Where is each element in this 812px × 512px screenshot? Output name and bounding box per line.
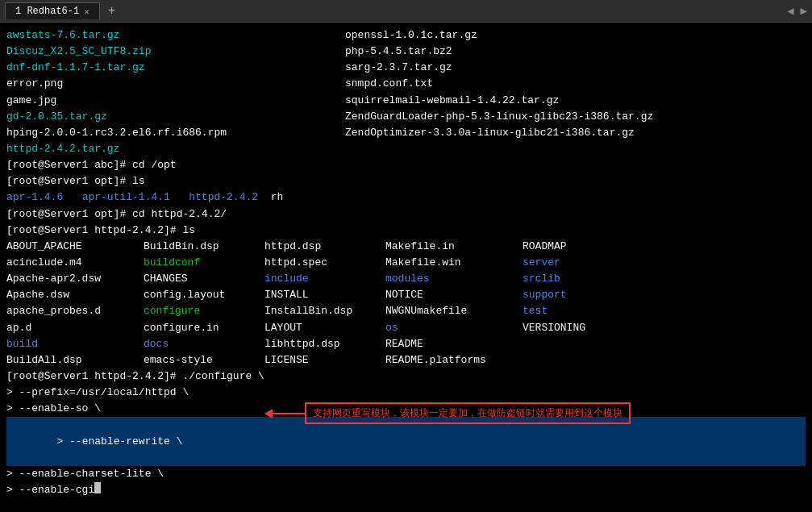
configure-rewrite-wrapper: 支持网页重写模块，该模块一定要加，在做防盗链时就需要用到这个模块 > --ena… — [6, 417, 806, 465]
file-list-row-8: httpd-2.4.2.tar.gz — [6, 141, 806, 157]
title-bar: 1 Redhat6-1 ✕ + ◀ ▶ — [0, 0, 812, 23]
nav-right-icon[interactable]: ▶ — [801, 4, 807, 18]
file-col1: httpd-2.4.2.tar.gz — [6, 141, 345, 157]
opt-dir-contents: apr-1.4.6 apr-util-1.4.1 httpd-2.4.2 rh — [6, 189, 806, 206]
annotation-container: 支持网页重写模块，该模块一定要加，在做防盗链时就需要用到这个模块 — [264, 402, 631, 424]
file-col1: gd-2.0.35.tar.gz — [6, 109, 345, 125]
file-col2: snmpd.conf.txt — [345, 76, 806, 92]
annotation-text: 支持网页重写模块，该模块一定要加，在做防盗链时就需要用到这个模块 — [305, 402, 631, 424]
file-col1: hping-2.0.0-1.rc3.2.el6.rf.i686.rpm — [6, 125, 345, 141]
file-col1: error.png — [6, 76, 345, 92]
tab-label: 1 Redhat6-1 — [15, 6, 79, 17]
file-list-row-5: game.jpg squirrelmail-webmail-1.4.22.tar… — [6, 93, 806, 109]
cmd-cd-httpd: [root@Server1 opt]# cd httpd-2.4.2/ — [6, 206, 806, 223]
arrow-line — [273, 413, 305, 414]
file-list-row-4: error.png snmpd.conf.txt — [6, 76, 806, 92]
terminal-area[interactable]: awstats-7.6.tar.gz openssl-1.0.1c.tar.gz… — [0, 23, 812, 512]
file-col2: php-5.4.5.tar.bz2 — [345, 44, 806, 60]
configure-cgi: > --enable-cgi — [6, 482, 806, 498]
configure-options-block: > --prefix=/usr/local/httpd \ > --enable… — [6, 385, 806, 498]
dir-row-6: ap.d configure.in LAYOUT os VERSIONING — [6, 320, 806, 336]
add-tab-button[interactable]: + — [103, 4, 121, 19]
dir-row-4: Apache.dsw config.layout INSTALL NOTICE … — [6, 287, 806, 303]
arrow-head-icon — [264, 409, 273, 418]
file-list-row-1: awstats-7.6.tar.gz openssl-1.0.1c.tar.gz — [6, 27, 806, 44]
file-list-row-7: hping-2.0.0-1.rc3.2.el6.rf.i686.rpm Zend… — [6, 125, 806, 141]
nav-left-icon[interactable]: ◀ — [787, 4, 793, 18]
cmd-cd-opt: [root@Server1 abc]# cd /opt — [6, 157, 806, 173]
terminal-tab[interactable]: 1 Redhat6-1 ✕ — [5, 2, 100, 19]
file-col2: sarg-2.3.7.tar.gz — [345, 60, 806, 76]
configure-cmd: [root@Server1 httpd-2.4.2]# ./configure … — [6, 368, 806, 385]
dir-row-3: Apache-apr2.dsw CHANGES include modules … — [6, 271, 806, 287]
dir-row-8: BuildAll.dsp emacs-style LICENSE README.… — [6, 352, 806, 368]
configure-prefix: > --prefix=/usr/local/httpd \ — [6, 385, 806, 401]
file-list-row-2: Discuz_X2.5_SC_UTF8.zip php-5.4.5.tar.bz… — [6, 44, 806, 60]
file-list-row-3: dnf-dnf-1.1.7-1.tar.gz sarg-2.3.7.tar.gz — [6, 60, 806, 76]
nav-arrows: ◀ ▶ — [787, 4, 807, 18]
file-list-row-6: gd-2.0.35.tar.gz ZendGuardLoader-php-5.3… — [6, 109, 806, 125]
file-col2: squirrelmail-webmail-1.4.22.tar.gz — [345, 93, 806, 109]
tab-close-icon[interactable]: ✕ — [84, 6, 90, 17]
file-col2: ZendGuardLoader-php-5.3-linux-glibc23-i3… — [345, 109, 806, 125]
file-col1: game.jpg — [6, 93, 345, 109]
file-col1: dnf-dnf-1.1.7-1.tar.gz — [6, 60, 345, 76]
configure-charset: > --enable-charset-lite \ — [6, 466, 806, 482]
terminal-cursor — [94, 482, 101, 493]
dir-row-2: acinclude.m4 buildconf httpd.spec Makefi… — [6, 255, 806, 271]
cmd-ls-httpd: [root@Server1 httpd-2.4.2]# ls — [6, 223, 806, 239]
dir-row-7: build docs libhttpd.dsp README — [6, 336, 806, 352]
file-col1: awstats-7.6.tar.gz — [6, 27, 345, 44]
file-col1: Discuz_X2.5_SC_UTF8.zip — [6, 44, 345, 60]
file-col2: ZendOptimizer-3.3.0a-linux-glibc21-i386.… — [345, 125, 806, 141]
cmd-ls-opt: [root@Server1 opt]# ls — [6, 173, 806, 189]
dir-row-1: ABOUT_APACHE BuildBin.dsp httpd.dsp Make… — [6, 239, 806, 255]
configure-enable-rewrite: > --enable-rewrite \ — [6, 417, 806, 465]
dir-row-5: apache_probes.d configure InstallBin.dsp… — [6, 303, 806, 319]
file-col2: openssl-1.0.1c.tar.gz — [345, 27, 806, 44]
